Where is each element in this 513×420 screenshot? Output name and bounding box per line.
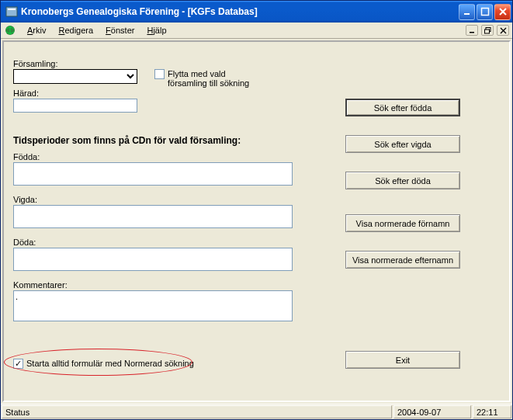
- svg-rect-7: [484, 30, 489, 33]
- sok-doda-button[interactable]: Sök efter döda: [345, 172, 460, 189]
- menu-redigera[interactable]: Redigera: [52, 24, 99, 36]
- app-icon: [5, 5, 18, 18]
- fodda-field[interactable]: [13, 162, 293, 186]
- menubar-row: Arkiv Redigera Fönster Hjälp: [1, 23, 512, 39]
- globe-icon: [4, 24, 16, 36]
- close-button[interactable]: [494, 4, 511, 20]
- visa-fornamn-button[interactable]: Visa normerade förnamn: [345, 214, 460, 232]
- form-area: Församling: Flytta med vald församling t…: [4, 42, 509, 401]
- menu-arkiv[interactable]: Arkiv: [21, 24, 52, 36]
- svg-rect-1: [8, 9, 16, 10]
- starta-label: Starta alltid formulär med Normerad sökn…: [26, 359, 194, 368]
- statusbar: Status 2004-09-07 22:11: [1, 404, 512, 419]
- client-area: Församling: Flytta med vald församling t…: [2, 40, 511, 402]
- svg-rect-3: [481, 9, 488, 16]
- kommentarer-field[interactable]: [13, 290, 293, 321]
- mdi-restore-button[interactable]: [481, 25, 494, 36]
- menu-hjalp[interactable]: Hjälp: [140, 24, 172, 36]
- mdi-close-button[interactable]: [497, 25, 509, 36]
- harad-label: Härad:: [13, 89, 39, 98]
- doda-label: Döda:: [13, 238, 36, 247]
- forsamling-label: Församling:: [13, 59, 57, 68]
- section-heading: Tidsperioder som finns på CDn för vald f…: [13, 135, 241, 146]
- sok-fodda-button[interactable]: Sök efter födda: [345, 99, 460, 116]
- menu-fonster[interactable]: Fönster: [99, 24, 140, 36]
- flytta-label: Flytta med vald församling till sökning: [168, 69, 253, 88]
- vigda-field[interactable]: [13, 205, 293, 228]
- titlebar[interactable]: Kronobergs Genealogiska Förening - [KGFs…: [1, 1, 512, 23]
- menubar: Arkiv Redigera Fönster Hjälp: [21, 24, 173, 36]
- kommentarer-label: Kommentarer:: [13, 280, 68, 290]
- mdi-minimize-button[interactable]: [466, 25, 478, 36]
- forsamling-select[interactable]: [13, 69, 137, 84]
- starta-checkbox-row[interactable]: Starta alltid formulär med Normerad sökn…: [13, 359, 194, 369]
- status-time: 22:11: [473, 405, 511, 418]
- svg-rect-0: [6, 7, 17, 16]
- harad-field[interactable]: [13, 99, 137, 113]
- status-date: 2004-09-07: [393, 405, 471, 418]
- svg-rect-5: [470, 32, 474, 33]
- visa-efternamn-button[interactable]: Visa normerade efternamn: [345, 251, 460, 269]
- exit-button[interactable]: Exit: [345, 351, 460, 369]
- vigda-label: Vigda:: [13, 195, 37, 204]
- status-label: Status: [2, 405, 392, 418]
- doda-field[interactable]: [13, 248, 293, 271]
- maximize-button[interactable]: [477, 4, 493, 20]
- minimize-button[interactable]: [459, 4, 475, 20]
- fodda-label: Födda:: [13, 152, 40, 161]
- starta-checkbox[interactable]: [13, 359, 23, 369]
- sok-vigda-button[interactable]: Sök efter vigda: [345, 135, 460, 153]
- flytta-checkbox[interactable]: [154, 69, 165, 79]
- flytta-checkbox-row[interactable]: Flytta med vald församling till sökning: [154, 69, 253, 88]
- window-title: Kronobergs Genealogiska Förening - [KGFs…: [21, 6, 459, 17]
- svg-rect-2: [464, 13, 470, 15]
- app-window: Kronobergs Genealogiska Förening - [KGFs…: [0, 0, 513, 420]
